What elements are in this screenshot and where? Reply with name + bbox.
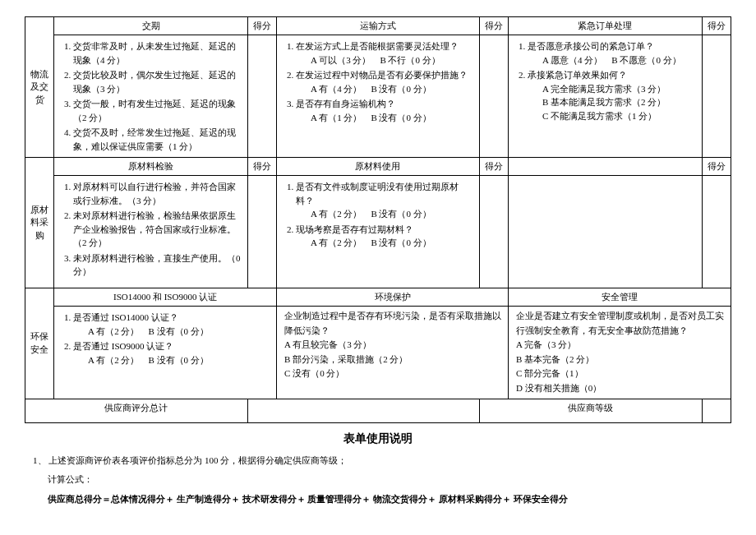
s2-c1: 对原材料可以自行进行检验，并符合国家或行业标准。（3 分） 未对原材料进行检验，… xyxy=(54,176,248,288)
s2-score3[interactable] xyxy=(702,176,731,288)
s1-h2: 运输方式 xyxy=(277,17,480,35)
s2c1-1: 对原材料可以自行进行检验，并符合国家或行业标准。（3 分） xyxy=(73,182,236,205)
s2-h2: 原材料使用 xyxy=(277,158,480,176)
s3c1-1: 是否通过 ISO14000 认证？ xyxy=(73,312,178,322)
instr-line1: 1、 上述资源商评价表各项评价指标总分为 100 分，根据得分确定供应商等级； xyxy=(33,453,698,469)
s1c1-4: 交货不及时，经常发生过拖延、延迟的现象，难以保证供应需要（1 分） xyxy=(73,127,236,151)
s2c2-2a: A 有（2 分） B 没有（0 分） xyxy=(296,236,475,250)
s1c1-2: 交货比较及时，偶尔发生过拖延、延迟的现象（3 分） xyxy=(73,70,236,94)
s2c2-1a: A 有（2 分） B 没有（0 分） xyxy=(296,207,475,221)
s1c2-2: 在发运过程中对物品是否有必要保护措施？ xyxy=(296,70,468,80)
s1c1-3: 交货一般，时有发生过拖延、延迟的现象（2 分） xyxy=(73,99,236,122)
s3-c2: 企业制造过程中是否存有环境污染，是否有采取措施以降低污染？ A 有且较完备（3 … xyxy=(277,307,509,399)
evaluation-table: 物流 及交 货 交期 得分 运输方式 得分 紧急订单处理 得分 交货非常及时，从… xyxy=(25,16,731,423)
s1c2-3: 是否存有自身运输机构？ xyxy=(296,99,395,108)
s3c2-b: B 部分污染，采取措施（2 分） xyxy=(284,354,408,364)
s3c3-d: D 没有相关措施（0） xyxy=(516,383,602,393)
s1c2-3a: A 有（1 分） B 没有（0 分） xyxy=(296,111,475,125)
s2c1-3: 未对原材料进行检验，直接生产使用。（0 分） xyxy=(73,253,241,277)
footer-total-label: 供应商评分总计 xyxy=(25,399,248,422)
s3c1-1a: A 有（2 分） B 没有（0 分） xyxy=(73,325,272,339)
s2-h3 xyxy=(508,158,702,176)
s1c3-2c: C 不能满足我方需求（1 分） xyxy=(528,109,698,123)
s1c1-1: 交货非常及时，从未发生过拖延、延迟的现象（4 分） xyxy=(73,41,236,65)
s2-h2s: 得分 xyxy=(479,158,508,176)
s3-h1: ISO14000 和 ISO9000 认证 xyxy=(54,288,277,307)
footer-total-value[interactable] xyxy=(247,399,479,422)
s2-h1: 原材料检验 xyxy=(54,158,248,176)
s3-c3: 企业是否建立有安全管理制度或机制，是否对员工实行强制安全教育，有无安全事故防范措… xyxy=(508,307,731,399)
s3c2-body: 企业制造过程中是否存有环境污染，是否有采取措施以降低污染？ xyxy=(284,311,501,335)
s1c3-1a: A 愿意（4 分） B 不愿意（0 分） xyxy=(528,53,698,67)
section2-side: 原材 料采 购 xyxy=(25,158,54,288)
s1c2-1: 在发运方式上是否能根据需要灵活处理？ xyxy=(296,41,459,51)
s1-h3: 紧急订单处理 xyxy=(508,17,702,35)
s2c2-2: 现场考察是否存有过期材料？ xyxy=(296,224,413,234)
s2-c3 xyxy=(508,176,702,288)
s1-score1[interactable] xyxy=(247,35,276,158)
s2-score1[interactable] xyxy=(247,176,276,288)
footer-grade-value[interactable] xyxy=(702,399,731,422)
s3c1-2a: A 有（2 分） B 没有（0 分） xyxy=(73,353,272,367)
s3c1-2: 是否通过 ISO9000 认证？ xyxy=(73,341,173,351)
s1c3-2b: B 基本能满足我方需求（2 分） xyxy=(528,95,698,109)
s1-score3[interactable] xyxy=(702,35,731,158)
s3-h3: 安全管理 xyxy=(508,288,731,307)
section3-side: 环保 安全 xyxy=(25,288,54,399)
s1c2-1a: A 可以（3 分） B 不行（0 分） xyxy=(296,53,475,67)
s1-c3: 是否愿意承接公司的紧急订单？A 愿意（4 分） B 不愿意（0 分） 承接紧急订… xyxy=(508,35,702,158)
s1c2-2a: A 有（4 分） B 没有（0 分） xyxy=(296,82,475,96)
instructions-title: 表单使用说明 xyxy=(25,431,731,446)
s3-h2: 环境保护 xyxy=(277,288,509,307)
s2-h1s: 得分 xyxy=(247,158,276,176)
s3c2-c: C 没有（0 分） xyxy=(284,368,344,378)
s2-h3s: 得分 xyxy=(702,158,731,176)
s1c3-1: 是否愿意承接公司的紧急订单？ xyxy=(528,41,654,51)
s1-c1: 交货非常及时，从未发生过拖延、延迟的现象（4 分） 交货比较及时，偶尔发生过拖延… xyxy=(54,35,248,158)
instr-line3: 供应商总得分＝总体情况得分＋ 生产制造得分＋ 技术研发得分＋ 质量管理得分＋ 物… xyxy=(48,491,698,508)
s3c3-a: A 完备（3 分） xyxy=(516,339,576,349)
s3c3-b: B 基本完备（2 分） xyxy=(516,354,594,364)
s1-h1s: 得分 xyxy=(247,17,276,35)
section1-side: 物流 及交 货 xyxy=(25,17,54,158)
s3c3-body: 企业是否建立有安全管理制度或机制，是否对员工实行强制安全教育，有无安全事故防范措… xyxy=(516,311,724,335)
footer-grade-label: 供应商等级 xyxy=(479,399,702,422)
s3c3-c: C 部分完备（1） xyxy=(516,368,583,378)
s3c2-a: A 有且较完备（3 分） xyxy=(284,339,371,349)
s1-h2s: 得分 xyxy=(479,17,508,35)
s1-h3s: 得分 xyxy=(702,17,731,35)
s1-h1: 交期 xyxy=(54,17,248,35)
s1-score2[interactable] xyxy=(479,35,508,158)
s1c3-2: 承接紧急订单效果如何？ xyxy=(528,70,627,80)
s2-c2: 是否有文件或制度证明没有使用过期原材料？A 有（2 分） B 没有（0 分） 现… xyxy=(277,176,480,288)
s2c1-2: 未对原材料进行检验，检验结果依据原生产企业检验报告，符合国家或行业标准。（2 分… xyxy=(73,210,236,247)
instr-line2: 计算公式： xyxy=(48,472,698,488)
s1c3-2a: A 完全能满足我方需求（3 分） xyxy=(528,82,698,96)
s1-c2: 在发运方式上是否能根据需要灵活处理？A 可以（3 分） B 不行（0 分） 在发… xyxy=(277,35,480,158)
s3-c1: 是否通过 ISO14000 认证？A 有（2 分） B 没有（0 分） 是否通过… xyxy=(54,307,277,399)
s2c2-1: 是否有文件或制度证明没有使用过期原材料？ xyxy=(296,182,459,205)
s2-score2[interactable] xyxy=(479,176,508,288)
